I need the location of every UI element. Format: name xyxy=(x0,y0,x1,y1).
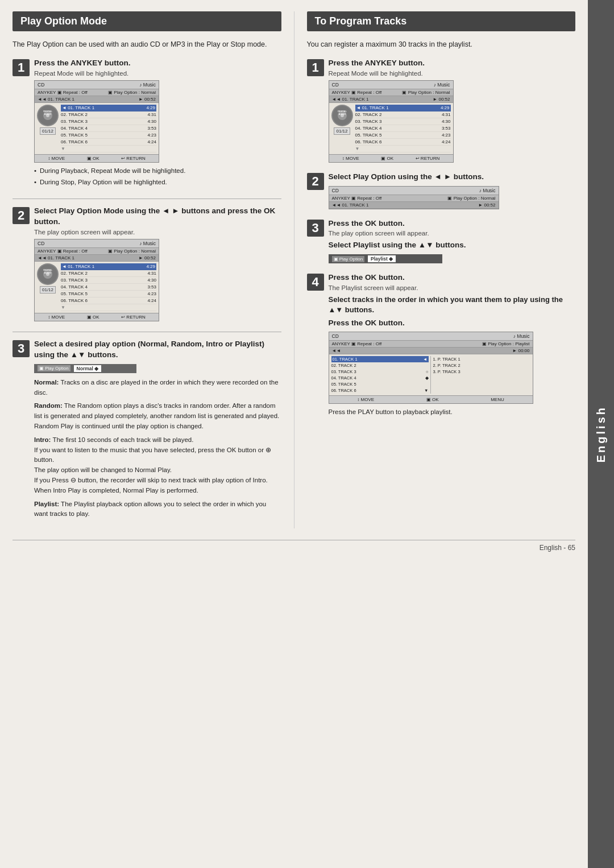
track-row: 06. TRACK 64:24 xyxy=(61,139,156,146)
footer-return: ↩ RETURN xyxy=(121,156,146,161)
left-step-2: 2 Select Play Option Mode using the ◄ ► … xyxy=(13,206,281,325)
right-step-4-body2: Press the OK button. xyxy=(329,318,576,329)
ptrack-right-row: 1. P. TRACK 1 xyxy=(433,356,530,362)
note-random: Random: The Random option plays a disc's… xyxy=(34,401,281,431)
screen-subheader: ANYKEY ▣ Repeat : Off ▣ Play Option : Pl… xyxy=(329,341,533,348)
left-screen-1: CD ♪ Music ANYKEY ▣ Repeat : Off ▣ Play … xyxy=(34,80,159,163)
screen-subheader: ANYKEY ▣ Repeat : Off ▣ Play Option : No… xyxy=(35,89,159,96)
left-step-3: 3 Select a desired play option (Normal, … xyxy=(13,339,281,523)
playlist-left-tracks: 01. TRACK 1 ◄ 02. TRACK 2 03. TRACK 3 xyxy=(331,356,429,394)
left-step-1: 1 Press the ANYKEY button. Repeat Mode w… xyxy=(13,58,281,192)
right-step-4: 4 Press the OK button. The Playlist scre… xyxy=(307,272,576,417)
track-row: 04. TRACK 43:53 xyxy=(61,284,156,291)
ptrack-right-row: 2. P. TRACK 2 xyxy=(433,362,530,369)
screen-current-track: ◄◄ 01. TRACK 1 xyxy=(38,97,74,102)
playlist-right-tracks: 1. P. TRACK 1 2. P. TRACK 2 3. P. TRACK … xyxy=(430,356,530,394)
note-random-label: Random: xyxy=(34,402,63,409)
right-screen-2: CD ♪ Music ANYKEY ▣ Repeat : Off ▣ Play … xyxy=(329,186,499,209)
track-row: 06. TRACK 64:24 xyxy=(61,297,156,304)
ptrack-row: 06. TRACK 6 ▼ xyxy=(331,387,429,394)
footer-ok: ▣ OK xyxy=(87,156,99,161)
track-row: 03. TRACK 34:30 xyxy=(61,277,156,284)
left-step-3-title: Select a desired play option (Normal, Ra… xyxy=(34,339,281,361)
disc-number: 01/12 xyxy=(40,286,56,294)
right-column: To Program Tracks You can register a max… xyxy=(294,11,576,528)
page-footer: English - 65 xyxy=(13,540,575,552)
disc-icon: DIGITAL AUDIO xyxy=(37,105,59,126)
screen-left-panel: DIGITAL AUDIO 01/12 xyxy=(37,263,59,311)
track-row: 05. TRACK 54:23 xyxy=(355,132,451,139)
screen-subheader: ANYKEY ▣ Repeat : Off ▣ Play Option : No… xyxy=(329,89,453,96)
right-step-4-num: 4 xyxy=(307,274,324,291)
screen-sub-left: ANYKEY ▣ Repeat : Off xyxy=(38,90,88,95)
track-row: 03. TRACK 34:30 xyxy=(61,118,156,125)
left-step-2-subtitle: The play option screen will appear. xyxy=(34,229,281,235)
note-intro-text: The first 10 seconds of each track will … xyxy=(34,436,271,494)
screen-body: DIGITAL AUDIO 01/12 ◄ 01. TRACK 14:29 xyxy=(35,262,159,313)
screen-header: CD ♪ Music xyxy=(329,332,533,341)
svg-text:AUDIO: AUDIO xyxy=(44,271,52,274)
track-row-more: ▼ xyxy=(61,146,156,152)
right-step-4-subtitle: The Playlist screen will appear. xyxy=(329,284,576,291)
note-normal-label: Normal: xyxy=(34,379,59,386)
ptrack-right-row: 3. P. TRACK 3 xyxy=(433,369,530,375)
screen-header: CD ♪ Music xyxy=(35,239,159,248)
note-intro: Intro: The first 10 seconds of each trac… xyxy=(34,435,281,496)
playlist-body: 01. TRACK 1 ◄ 02. TRACK 2 03. TRACK 3 xyxy=(329,354,533,395)
disc-number: 01/12 xyxy=(40,127,56,135)
divider-1 xyxy=(13,199,281,199)
screen-track-bar: ◄◄ 01. TRACK 1 ► 00:52 xyxy=(329,202,499,209)
screen-subheader: ANYKEY ▣ Repeat : Off ▣ Play Option : No… xyxy=(35,248,159,255)
right-step-4-content: Press the OK button. The Playlist screen… xyxy=(329,272,576,417)
playlist-option-bar: ▣ Play Option Playlist ◆ xyxy=(329,254,442,263)
play-option-label: ▣ Play Option xyxy=(38,365,70,371)
right-screen-1: CD ♪ Music ANYKEY ▣ Repeat : Off ▣ Play … xyxy=(329,80,454,163)
track-row: 04. TRACK 43:53 xyxy=(355,125,451,132)
main-content: Play Option Mode The Play Option can be … xyxy=(0,0,588,868)
left-step-1-subtitle: Repeat Mode will be highlighted. xyxy=(34,70,281,77)
playlist-bar-label: ▣ Play Option xyxy=(332,256,365,262)
right-step-3-content: Press the OK button. The play option scr… xyxy=(329,218,576,267)
divider-2 xyxy=(13,332,281,332)
right-step-1-title: Press the ANYKEY button. xyxy=(329,58,576,69)
left-step-1-title: Press the ANYKEY button. xyxy=(34,58,281,69)
note-playlist-text: The Playlist playback option allows you … xyxy=(34,501,266,518)
screen-track-bar: ◄◄ 01. TRACK 1 ► 00:52 xyxy=(35,255,159,262)
page-container: English Play Option Mode The Play Option… xyxy=(0,0,614,868)
disc-number: 01/12 xyxy=(334,127,350,135)
left-section-header: Play Option Mode xyxy=(13,11,281,31)
screen-left-panel: DIGITAL AUDIO 01/12 xyxy=(331,105,353,152)
ptrack-row: 05. TRACK 5 xyxy=(331,381,429,387)
playlist-screen: CD ♪ Music ANYKEY ▣ Repeat : Off ▣ Play … xyxy=(329,332,533,404)
right-step-1: 1 Press the ANYKEY button. Repeat Mode w… xyxy=(307,58,576,166)
right-section-header: To Program Tracks xyxy=(307,11,576,31)
left-step-2-title: Select Play Option Mode using the ◄ ► bu… xyxy=(34,206,281,228)
track-row: 02. TRACK 24:31 xyxy=(355,111,451,118)
screen-header: CD ♪ Music xyxy=(329,81,453,89)
left-step-1-num: 1 xyxy=(13,59,30,76)
disc-icon: DIGITAL AUDIO xyxy=(331,105,353,126)
language-label: English xyxy=(595,406,608,462)
right-intro: You can register a maximum 30 tracks in … xyxy=(307,39,576,50)
screen-track-bar: ◄◄ ► 00:00 xyxy=(329,348,533,354)
left-intro: The Play Option can be used with an audi… xyxy=(13,39,281,50)
left-screen-2: CD ♪ Music ANYKEY ▣ Repeat : Off ▣ Play … xyxy=(34,239,159,321)
ptrack-row: 03. TRACK 3 ○ xyxy=(331,369,429,375)
ptrack-row: 02. TRACK 2 xyxy=(331,362,429,369)
screen-footer: ↕ MOVE ▣ OK ↩ RETURN xyxy=(329,154,453,162)
right-step-1-subtitle: Repeat Mode will be highlighted. xyxy=(329,70,576,77)
note-playlist-label: Playlist: xyxy=(34,501,59,507)
right-step-2-num: 2 xyxy=(307,173,324,190)
screen-body: DIGITAL AUDIO 01/12 ◄ 01. TRACK 14:29 xyxy=(35,103,159,154)
right-step-3: 3 Press the OK button. The play option s… xyxy=(307,218,576,267)
right-step-2: 2 Select Play Option using the ◄ ► butto… xyxy=(307,172,576,213)
left-step-3-num: 3 xyxy=(13,340,30,357)
ptrack-row: 04. TRACK 4 ◆ xyxy=(331,375,429,381)
screen-left-panel: DIGITAL AUDIO 01/12 xyxy=(37,105,59,152)
track-row: 05. TRACK 54:23 xyxy=(61,291,156,297)
note-intro-label: Intro: xyxy=(34,436,51,443)
svg-text:AUDIO: AUDIO xyxy=(44,113,52,115)
right-step-4-body: Select tracks in the order in which you … xyxy=(329,295,576,315)
screen-track-bar: ◄◄ 01. TRACK 1 ► 00:52 xyxy=(35,96,159,103)
track-list: ◄ 01. TRACK 14:29 02. TRACK 24:31 03. TR… xyxy=(61,263,156,311)
